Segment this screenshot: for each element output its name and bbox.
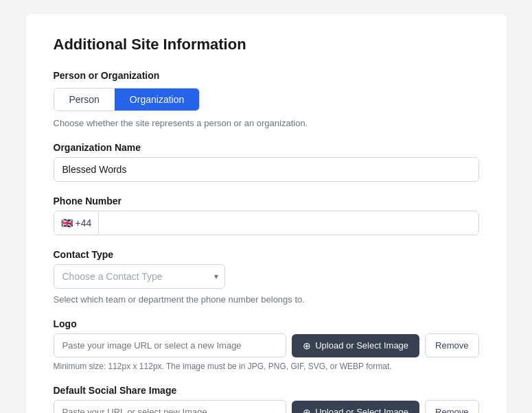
logo-upload-button[interactable]: ⊕ Upload or Select Image <box>292 334 419 357</box>
person-org-section: Person or Organization Person Organizati… <box>54 70 479 128</box>
social-share-image-row: ⊕ Upload or Select Image Remove <box>54 400 479 413</box>
contact-type-select-wrapper: Choose a Contact Type ▾ <box>54 264 225 289</box>
person-org-helper: Choose whether the site represents a per… <box>54 118 479 128</box>
phone-label: Phone Number <box>54 196 479 206</box>
logo-hint: Minimum size: 112px x 112px. The image m… <box>54 362 479 371</box>
logo-url-input[interactable] <box>54 333 287 357</box>
contact-type-label: Contact Type <box>54 249 479 260</box>
social-share-remove-button[interactable]: Remove <box>425 400 478 413</box>
contact-type-helper: Select which team or department the phon… <box>54 294 479 305</box>
logo-upload-label: Upload or Select Image <box>315 340 408 351</box>
logo-image-row: ⊕ Upload or Select Image Remove <box>54 333 479 357</box>
org-name-input[interactable] <box>54 157 479 182</box>
social-share-label: Default Social Share Image <box>54 385 479 396</box>
contact-type-section: Contact Type Choose a Contact Type ▾ Sel… <box>54 249 479 305</box>
phone-wrapper: 🇬🇧 +44 <box>54 211 479 235</box>
social-share-upload-button[interactable]: ⊕ Upload or Select Image <box>292 401 419 414</box>
phone-section: Phone Number 🇬🇧 +44 <box>54 196 479 235</box>
person-org-label: Person or Organization <box>54 70 479 81</box>
social-share-section: Default Social Share Image ⊕ Upload or S… <box>54 385 479 413</box>
additional-site-info-card: Additional Site Information Person or Or… <box>26 14 507 413</box>
person-org-toggle: Person Organization <box>54 88 200 111</box>
person-button[interactable]: Person <box>54 88 115 110</box>
social-share-url-input[interactable] <box>54 400 287 413</box>
logo-label: Logo <box>54 318 479 329</box>
country-code: +44 <box>76 217 92 228</box>
phone-input[interactable] <box>99 211 478 235</box>
logo-section: Logo ⊕ Upload or Select Image Remove Min… <box>54 318 479 371</box>
flag-icon: 🇬🇧 <box>61 217 73 228</box>
org-name-section: Organization Name <box>54 142 479 182</box>
organization-button[interactable]: Organization <box>115 88 199 110</box>
phone-flag: 🇬🇧 +44 <box>54 212 100 234</box>
org-name-label: Organization Name <box>54 142 479 153</box>
page-title: Additional Site Information <box>54 36 479 54</box>
upload-icon-social: ⊕ <box>303 407 311 414</box>
contact-type-select[interactable]: Choose a Contact Type <box>54 264 225 289</box>
logo-remove-button[interactable]: Remove <box>425 333 478 357</box>
social-share-upload-label: Upload or Select Image <box>315 407 408 413</box>
upload-icon: ⊕ <box>303 340 311 351</box>
